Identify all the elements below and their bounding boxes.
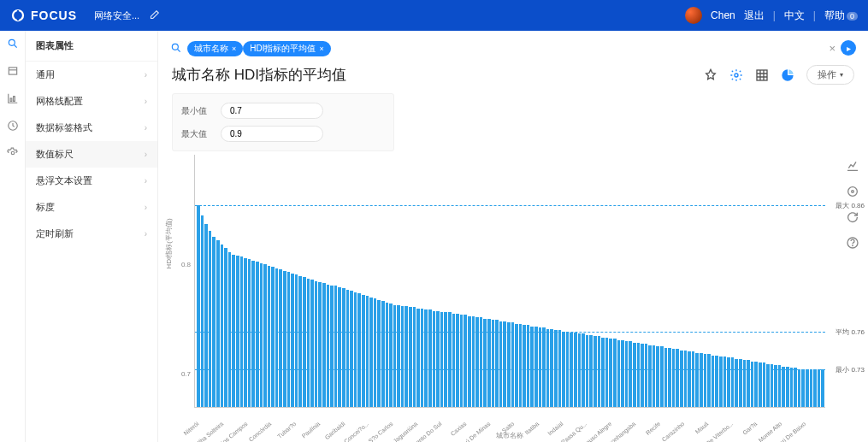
pin-icon[interactable]: [704, 68, 717, 82]
bar[interactable]: [747, 360, 750, 407]
bar[interactable]: [813, 369, 817, 407]
bar[interactable]: [381, 301, 385, 407]
bar[interactable]: [515, 324, 518, 407]
bar[interactable]: [743, 360, 747, 407]
bar[interactable]: [550, 329, 553, 407]
bar[interactable]: [766, 364, 770, 407]
bar[interactable]: [251, 261, 255, 407]
bar[interactable]: [818, 369, 821, 407]
bar[interactable]: [672, 349, 676, 407]
property-item[interactable]: 标度›: [26, 194, 157, 221]
bar[interactable]: [452, 314, 456, 407]
bar[interactable]: [201, 215, 204, 407]
bar[interactable]: [389, 304, 393, 407]
query-pill[interactable]: 城市名称 ×: [187, 41, 243, 56]
bar[interactable]: [645, 344, 648, 407]
bar[interactable]: [401, 306, 404, 407]
logout-link[interactable]: 退出: [744, 9, 765, 23]
bar[interactable]: [695, 353, 699, 407]
bar[interactable]: [362, 295, 365, 407]
bar[interactable]: [794, 368, 797, 407]
bar[interactable]: [700, 353, 703, 407]
bar[interactable]: [735, 359, 738, 407]
bar[interactable]: [511, 322, 515, 407]
bar[interactable]: [495, 320, 499, 407]
bar[interactable]: [275, 268, 279, 407]
bar[interactable]: [244, 258, 247, 407]
bar[interactable]: [397, 305, 400, 407]
property-item[interactable]: 通用›: [26, 62, 157, 88]
bar[interactable]: [433, 311, 436, 407]
breadcrumb-text[interactable]: 网络安全...: [94, 9, 139, 22]
property-item[interactable]: 数值标尺›: [26, 141, 157, 168]
bar[interactable]: [224, 248, 227, 407]
bar[interactable]: [613, 339, 617, 407]
bar[interactable]: [279, 269, 282, 407]
grid-icon[interactable]: [755, 68, 769, 82]
bar[interactable]: [586, 335, 589, 407]
min-input[interactable]: [221, 103, 323, 119]
bar[interactable]: [503, 321, 506, 407]
bar[interactable]: [303, 277, 306, 407]
bar[interactable]: [664, 348, 668, 407]
bar[interactable]: [774, 365, 777, 407]
help-link[interactable]: 帮助0: [824, 9, 858, 23]
lang-link[interactable]: 中文: [784, 9, 805, 23]
config-icon[interactable]: [846, 185, 859, 198]
bar[interactable]: [416, 309, 420, 407]
refresh-icon[interactable]: [846, 210, 859, 224]
clear-query-button[interactable]: ×: [829, 42, 836, 55]
bar[interactable]: [472, 316, 475, 407]
bar[interactable]: [448, 312, 452, 407]
bar[interactable]: [197, 205, 200, 407]
bar[interactable]: [291, 274, 294, 407]
bar[interactable]: [723, 357, 727, 407]
avatar[interactable]: [685, 7, 702, 24]
run-query-button[interactable]: ▸: [841, 40, 856, 56]
property-item[interactable]: 定时刷新›: [26, 221, 157, 247]
bar[interactable]: [263, 264, 267, 407]
bar[interactable]: [731, 357, 735, 407]
pie-icon[interactable]: [781, 68, 794, 82]
bar[interactable]: [283, 271, 286, 407]
bar[interactable]: [821, 369, 824, 407]
bar[interactable]: [428, 309, 432, 407]
bar[interactable]: [338, 287, 341, 407]
bar[interactable]: [790, 368, 794, 407]
bar[interactable]: [421, 309, 424, 407]
property-item[interactable]: 悬浮文本设置›: [26, 168, 157, 194]
max-input[interactable]: [221, 126, 323, 142]
bar[interactable]: [771, 364, 774, 407]
table-icon[interactable]: [7, 65, 19, 77]
gear-icon[interactable]: [729, 68, 743, 82]
bar[interactable]: [204, 224, 208, 407]
bar[interactable]: [806, 369, 809, 407]
bar[interactable]: [798, 369, 801, 407]
bar[interactable]: [444, 312, 447, 407]
bar[interactable]: [625, 341, 629, 407]
bar[interactable]: [680, 351, 683, 407]
bar[interactable]: [342, 288, 345, 407]
bar[interactable]: [413, 307, 416, 407]
bar[interactable]: [221, 245, 224, 407]
bar[interactable]: [322, 283, 326, 407]
bar[interactable]: [652, 345, 656, 407]
bar[interactable]: [350, 291, 353, 407]
bar[interactable]: [707, 354, 711, 407]
operations-dropdown[interactable]: 操作▾: [806, 65, 854, 85]
bar[interactable]: [366, 296, 369, 407]
bar[interactable]: [527, 325, 530, 407]
username[interactable]: Chen: [711, 9, 735, 21]
bar[interactable]: [786, 367, 789, 407]
settings-icon[interactable]: [7, 147, 19, 159]
bar[interactable]: [315, 281, 318, 408]
bar[interactable]: [346, 290, 350, 407]
bar[interactable]: [248, 259, 251, 407]
property-item[interactable]: 数据标签格式›: [26, 115, 157, 141]
bar[interactable]: [318, 282, 322, 407]
bar[interactable]: [468, 316, 471, 407]
bar[interactable]: [409, 307, 412, 407]
bar[interactable]: [704, 354, 707, 407]
bar[interactable]: [542, 327, 546, 407]
bar[interactable]: [668, 348, 671, 407]
